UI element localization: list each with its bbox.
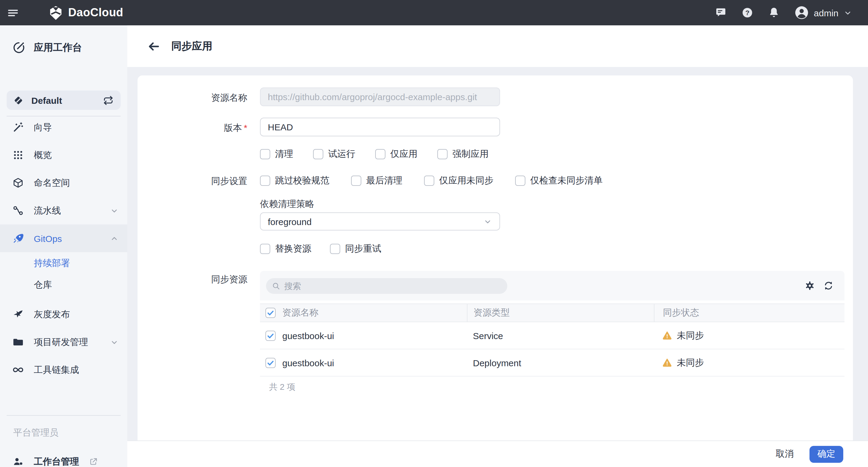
sidebar-item-wizard[interactable]: 向导 bbox=[0, 114, 127, 141]
sidebar-item-gray-release[interactable]: 灰度发布 bbox=[0, 301, 127, 328]
row-checkbox[interactable] bbox=[266, 357, 276, 368]
check-icon bbox=[267, 332, 275, 339]
checkbox-box[interactable] bbox=[351, 176, 361, 186]
resource-type: Deployment bbox=[473, 357, 521, 368]
checkbox-skip-schema-validation[interactable]: 跳过校验规范 bbox=[260, 175, 329, 186]
checkbox-box[interactable] bbox=[515, 176, 525, 186]
checkbox-box[interactable] bbox=[437, 149, 447, 159]
checkbox-sync-retry[interactable]: 同步重试 bbox=[330, 243, 381, 255]
messages-icon[interactable] bbox=[715, 7, 727, 19]
checkbox-replace-resources[interactable]: 替换资源 bbox=[260, 243, 311, 255]
grid-dots-icon bbox=[13, 150, 24, 160]
sync-options-row: 清理 试运行 仅应用 强制应用 bbox=[260, 149, 489, 160]
sidebar-item-toolchain[interactable]: 工具链集成 bbox=[0, 356, 127, 384]
extra-options-row: 替换资源 同步重试 bbox=[260, 243, 381, 255]
sidebar-nav: 向导 概览 命名空间 流水线 GitOps 持续部署 bbox=[0, 114, 127, 384]
checkbox-force[interactable]: 强制应用 bbox=[437, 149, 489, 160]
checkbox-prune-last[interactable]: 最后清理 bbox=[351, 175, 402, 186]
top-bar-actions: admin bbox=[715, 5, 868, 20]
sync-application-page: DaoCloud admin 应用工作台 Default bbox=[0, 0, 868, 467]
sidebar-item-pipelines[interactable]: 流水线 bbox=[0, 197, 127, 224]
warning-icon bbox=[662, 331, 672, 340]
content-area: 资源名称 https://github.com/argoproj/argocd-… bbox=[127, 67, 868, 440]
select-all-checkbox[interactable] bbox=[266, 308, 276, 318]
warning-icon bbox=[662, 358, 672, 368]
sync-status: 未同步 bbox=[677, 330, 704, 341]
table-header: 资源名称 资源类型 同步状态 bbox=[260, 304, 844, 322]
checkbox-prune[interactable]: 清理 bbox=[260, 149, 293, 160]
chevron-down-icon bbox=[483, 217, 492, 226]
checkbox-apply-out-of-sync-only[interactable]: 仅应用未同步 bbox=[424, 175, 493, 186]
back-button[interactable] bbox=[147, 39, 160, 53]
sidebar-item-namespaces[interactable]: 命名空间 bbox=[0, 169, 127, 197]
sidebar-item-workbench-admin[interactable]: 工作台管理 bbox=[0, 448, 127, 467]
checkbox-apply-only[interactable]: 仅应用 bbox=[375, 149, 417, 160]
resources-toolbar bbox=[260, 271, 844, 301]
prune-policy-label: 依赖清理策略 bbox=[260, 198, 314, 210]
bird-icon bbox=[13, 309, 24, 320]
help-icon[interactable] bbox=[741, 7, 753, 19]
checkbox-check-out-of-sync-manifests-only[interactable]: 仅检查未同步清单 bbox=[515, 175, 602, 186]
resource-name: guestbook-ui bbox=[282, 330, 334, 341]
workspace-icon bbox=[13, 95, 24, 105]
cube-icon bbox=[13, 177, 24, 188]
confirm-button[interactable]: 确定 bbox=[809, 445, 843, 463]
search-input-wrapper[interactable] bbox=[266, 278, 507, 293]
row-checkbox[interactable] bbox=[266, 330, 276, 341]
sidebar: 应用工作台 Default 向导 概览 命名空间 流水线 bbox=[0, 25, 127, 467]
chevron-up-icon bbox=[110, 234, 119, 243]
bell-icon[interactable] bbox=[768, 7, 780, 19]
sync-resources-panel: 资源名称 资源类型 同步状态 guestbook-ui Service 未同步 bbox=[260, 271, 844, 393]
prune-policy-value: foreground bbox=[268, 216, 483, 226]
external-link-icon bbox=[89, 457, 98, 466]
footer-action-bar: 取消 确定 bbox=[127, 440, 868, 467]
sync-settings-label: 同步设置 bbox=[150, 176, 247, 187]
sidebar-item-overview[interactable]: 概览 bbox=[0, 141, 127, 169]
sidebar-module-title: 应用工作台 bbox=[0, 37, 127, 58]
workspace-switcher[interactable]: Default bbox=[7, 91, 121, 110]
sidebar-item-gitops[interactable]: GitOps bbox=[0, 224, 127, 252]
user-box-icon bbox=[13, 456, 24, 467]
sidebar-section-label: 平台管理员 bbox=[13, 427, 59, 439]
search-input[interactable] bbox=[284, 281, 501, 290]
switch-workspace-icon[interactable] bbox=[103, 95, 114, 105]
refresh-icon[interactable] bbox=[824, 281, 834, 291]
hamburger-menu-button[interactable] bbox=[0, 0, 25, 25]
column-header-type: 资源类型 bbox=[473, 307, 510, 318]
app-workbench-icon bbox=[13, 42, 25, 54]
rocket-icon bbox=[13, 233, 24, 244]
daocloud-logo-icon bbox=[48, 5, 63, 20]
column-header-status: 同步状态 bbox=[663, 307, 699, 318]
user-name: admin bbox=[814, 7, 838, 18]
checkbox-box[interactable] bbox=[313, 149, 323, 159]
user-menu[interactable]: admin bbox=[795, 5, 852, 20]
pipeline-icon bbox=[13, 205, 24, 216]
cancel-button[interactable]: 取消 bbox=[776, 448, 794, 460]
module-title-label: 应用工作台 bbox=[34, 41, 82, 54]
workspace-name: Default bbox=[31, 95, 62, 105]
sidebar-item-repositories[interactable]: 仓库 bbox=[0, 274, 127, 295]
gear-icon[interactable] bbox=[805, 281, 815, 291]
top-bar: DaoCloud admin bbox=[0, 0, 868, 25]
avatar bbox=[795, 5, 809, 20]
sidebar-item-continuous-deployment[interactable]: 持续部署 bbox=[0, 252, 127, 274]
infinity-icon bbox=[13, 365, 24, 375]
checkbox-box[interactable] bbox=[260, 244, 270, 254]
hamburger-icon bbox=[7, 7, 19, 19]
chevron-down-icon bbox=[110, 338, 119, 347]
checkbox-box[interactable] bbox=[424, 176, 434, 186]
sync-status: 未同步 bbox=[677, 357, 704, 368]
checkbox-box[interactable] bbox=[330, 244, 340, 254]
checkbox-dry-run[interactable]: 试运行 bbox=[313, 149, 355, 160]
page-header: 同步应用 bbox=[127, 25, 868, 67]
table-row[interactable]: guestbook-ui Deployment 未同步 bbox=[260, 349, 844, 376]
sync-resources-label: 同步资源 bbox=[150, 274, 247, 285]
checkbox-box[interactable] bbox=[260, 149, 270, 159]
brand-name: DaoCloud bbox=[68, 6, 123, 19]
sidebar-item-project-management[interactable]: 项目研发管理 bbox=[0, 328, 127, 356]
prune-policy-select[interactable]: foreground bbox=[260, 212, 500, 230]
revision-input[interactable] bbox=[260, 118, 500, 136]
table-row[interactable]: guestbook-ui Service 未同步 bbox=[260, 322, 844, 349]
checkbox-box[interactable] bbox=[375, 149, 385, 159]
checkbox-box[interactable] bbox=[260, 176, 270, 186]
